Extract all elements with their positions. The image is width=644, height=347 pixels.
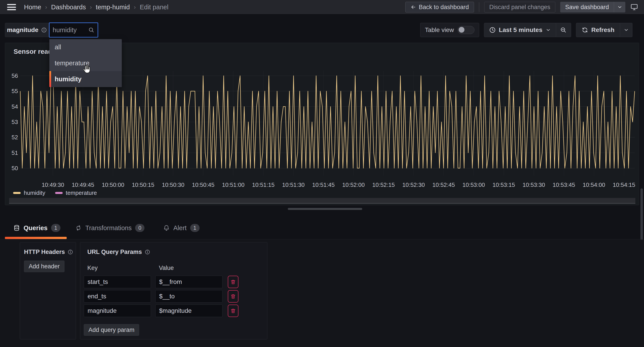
bell-icon — [163, 224, 170, 231]
refresh-button[interactable]: Refresh — [576, 23, 620, 37]
database-icon — [13, 224, 20, 231]
save-dashboard-label: Save dashboard — [565, 4, 609, 11]
pane-resize-handle[interactable] — [288, 208, 362, 210]
legend-label-humidity: humidity — [24, 190, 45, 196]
tab-queries[interactable]: Queries 1 — [13, 219, 60, 237]
variable-value-input[interactable] — [53, 26, 86, 34]
x-axis-tick-label: 10:52:45 — [432, 182, 455, 188]
key-column-header: Key — [87, 264, 98, 272]
param-value-input-start_ts[interactable] — [155, 276, 222, 288]
arrow-left-icon — [410, 4, 416, 10]
topnav-divider — [479, 2, 479, 12]
http-headers-title-text: HTTP Headers — [24, 248, 65, 256]
tab-alert-label: Alert — [173, 224, 187, 232]
search-icon — [88, 27, 94, 33]
legend-swatch-temperature — [55, 192, 63, 194]
active-tab-indicator — [5, 237, 67, 239]
x-axis-tick-label: 10:49:45 — [72, 182, 94, 188]
param-value-input-end_ts[interactable] — [155, 290, 222, 302]
breadcrumb-item-dashboards[interactable]: Dashboards — [51, 4, 86, 11]
time-range-label: Last 5 minutes — [499, 26, 542, 34]
x-axis-tick-label: 10:52:00 — [342, 182, 365, 188]
tab-alert[interactable]: Alert 1 — [163, 219, 200, 237]
y-axis-tick-label: 56 — [12, 72, 18, 79]
add-query-param-label: Add query param — [88, 326, 134, 334]
legend-label-temperature: temperature — [66, 190, 97, 196]
chevron-down-icon — [546, 27, 551, 33]
dropdown-option-temperature[interactable]: temperature — [49, 55, 122, 71]
table-view-toggle[interactable] — [458, 26, 474, 34]
menu-icon[interactable] — [7, 4, 16, 10]
info-icon[interactable] — [41, 27, 47, 33]
y-axis-tick-label: 55 — [12, 88, 18, 94]
table-view-control: Table view — [420, 23, 479, 37]
add-header-label: Add header — [29, 263, 60, 270]
topnav-actions: Back to dashboard Discard panel changes … — [405, 2, 638, 12]
kiosk-monitor-icon[interactable] — [630, 3, 638, 11]
info-icon[interactable] — [68, 249, 73, 255]
dropdown-option-all[interactable]: all — [49, 39, 122, 55]
x-axis-tick-label: 10:51:30 — [282, 182, 304, 188]
x-axis-tick-label: 10:53:00 — [462, 182, 485, 188]
delete-param-button-end_ts[interactable] — [228, 290, 238, 302]
breadcrumb-item-temp-humid[interactable]: temp-humid — [96, 4, 130, 11]
url-query-params-title-text: URL Query Params — [87, 248, 142, 256]
legend-item-humidity[interactable]: humidity — [13, 190, 45, 196]
tab-transformations-label: Transformations — [85, 224, 132, 232]
save-dashboard-button[interactable]: Save dashboard — [560, 2, 614, 12]
time-zoom-out-button[interactable] — [556, 23, 571, 37]
add-query-param-button[interactable]: Add query param — [84, 324, 139, 336]
param-key-input-magnitude[interactable] — [84, 304, 151, 317]
legend-item-temperature[interactable]: temperature — [55, 190, 97, 196]
url-query-params-card: URL Query Params Key Value Add query par… — [80, 242, 267, 340]
delete-param-button-magnitude[interactable] — [228, 304, 238, 317]
table-view-label: Table view — [425, 26, 454, 34]
save-dashboard-split-button: Save dashboard — [560, 2, 625, 12]
back-to-dashboard-button[interactable]: Back to dashboard — [405, 2, 474, 12]
param-value-input-magnitude[interactable] — [155, 304, 222, 317]
info-icon[interactable] — [145, 249, 150, 255]
query-editor-section: HTTP Headers Add header URL Query Params… — [0, 240, 644, 347]
param-key-input-start_ts[interactable] — [84, 276, 151, 288]
refresh-interval-button[interactable] — [620, 23, 632, 37]
x-axis-tick-label: 10:54:00 — [583, 182, 605, 188]
tab-transformations-count: 0 — [135, 224, 144, 232]
clock-icon — [489, 27, 496, 33]
param-key-input-end_ts[interactable] — [84, 290, 151, 302]
x-axis-tick-label: 10:51:00 — [222, 182, 244, 188]
breadcrumb-separator: › — [134, 4, 136, 11]
transformations-icon — [75, 224, 82, 231]
tab-queries-label: Queries — [24, 224, 48, 232]
y-axis-tick-label: 50 — [12, 165, 18, 172]
x-axis-tick-label: 10:50:00 — [102, 182, 124, 188]
http-headers-title: HTTP Headers — [24, 248, 73, 256]
variable-options-dropdown: alltemperaturehumidity — [49, 39, 122, 87]
save-dashboard-menu-button[interactable] — [614, 2, 625, 12]
dropdown-option-humidity[interactable]: humidity — [49, 71, 122, 87]
panel-toolbar-right: Table view Last 5 minutes Refresh — [420, 23, 632, 37]
x-axis-tick-label: 10:50:15 — [132, 182, 154, 188]
variable-value-combobox[interactable] — [49, 22, 98, 38]
editor-tabs-bar: Queries 1 Transformations 0 Alert 1 — [0, 219, 644, 240]
x-axis-tick-label: 10:51:15 — [252, 182, 274, 188]
legend-swatch-humidity — [13, 192, 21, 194]
chart-legend: humiditytemperature — [13, 190, 97, 196]
top-navigation-bar: Home›Dashboards›temp-humid›Edit panel Ba… — [0, 0, 644, 15]
variable-label-text: magnitude — [7, 26, 38, 34]
x-axis-tick-label: 10:54:15 — [613, 182, 635, 188]
breadcrumb-item-home[interactable]: Home — [24, 4, 41, 11]
time-range-picker-button[interactable]: Last 5 minutes — [484, 23, 556, 37]
discard-panel-changes-button[interactable]: Discard panel changes — [484, 2, 556, 12]
toggle-knob — [459, 27, 464, 33]
trash-icon — [230, 308, 236, 314]
x-axis-tick-label: 10:51:45 — [312, 182, 335, 188]
delete-param-button-start_ts[interactable] — [228, 276, 238, 288]
tab-transformations[interactable]: Transformations 0 — [75, 219, 144, 237]
refresh-group: Refresh — [576, 23, 632, 37]
refresh-icon — [582, 27, 588, 33]
y-axis-tick-label: 51 — [12, 150, 18, 156]
add-header-button[interactable]: Add header — [24, 260, 64, 272]
zoom-out-icon — [560, 27, 567, 33]
x-axis-tick-label: 10:52:30 — [402, 182, 425, 188]
y-axis-tick-label: 52 — [12, 134, 18, 140]
